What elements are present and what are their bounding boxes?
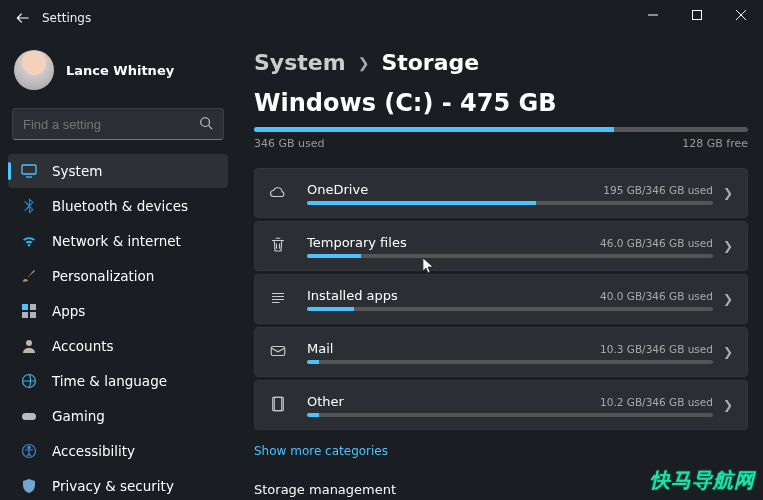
sidebar: Lance Whitney System Bluetooth & devices…	[0, 36, 236, 500]
breadcrumb-parent[interactable]: System	[254, 50, 346, 75]
category-usage: 10.3 GB/346 GB used	[600, 343, 713, 355]
storage-category-item[interactable]: Other10.2 GB/346 GB used❯	[254, 380, 748, 430]
category-name: Temporary files	[307, 235, 407, 250]
nav-label: Apps	[52, 303, 85, 319]
search-input[interactable]	[12, 108, 224, 140]
sidebar-item-network[interactable]: Network & internet	[8, 224, 228, 258]
maximize-button[interactable]	[675, 0, 719, 30]
gaming-icon	[20, 407, 38, 425]
category-icon	[269, 289, 307, 310]
system-icon	[20, 162, 38, 180]
nav-label: Privacy & security	[52, 478, 174, 494]
svg-rect-3	[22, 304, 28, 310]
chevron-right-icon: ❯	[358, 55, 370, 71]
sidebar-item-time[interactable]: Time & language	[8, 364, 228, 398]
storage-category-item[interactable]: Installed apps40.0 GB/346 GB used❯	[254, 274, 748, 324]
svg-point-11	[28, 446, 30, 448]
main-content: System ❯ Storage Windows (C:) - 475 GB 3…	[236, 36, 763, 500]
nav-label: Bluetooth & devices	[52, 198, 188, 214]
minimize-button[interactable]	[631, 0, 675, 30]
sidebar-item-accounts[interactable]: Accounts	[8, 329, 228, 363]
category-icon	[269, 342, 307, 363]
sidebar-item-apps[interactable]: Apps	[8, 294, 228, 328]
nav-label: Accessibility	[52, 443, 135, 459]
nav-label: Time & language	[52, 373, 167, 389]
svg-rect-2	[22, 165, 36, 174]
chevron-right-icon: ❯	[723, 398, 733, 412]
category-name: OneDrive	[307, 182, 368, 197]
search-field[interactable]	[23, 117, 199, 132]
globe-clock-icon	[20, 372, 38, 390]
category-icon	[269, 395, 307, 416]
sidebar-item-accessibility[interactable]: Accessibility	[8, 434, 228, 468]
svg-point-7	[26, 340, 32, 346]
sidebar-item-system[interactable]: System	[8, 154, 228, 188]
watermark: 快马导航网	[650, 467, 755, 494]
category-name: Installed apps	[307, 288, 398, 303]
svg-rect-4	[30, 304, 36, 310]
category-bar	[307, 413, 713, 417]
sidebar-item-privacy[interactable]: Privacy & security	[8, 469, 228, 500]
storage-category-item[interactable]: Temporary files46.0 GB/346 GB used❯	[254, 221, 748, 271]
apps-icon	[20, 302, 38, 320]
wifi-icon	[20, 232, 38, 250]
nav-label: Network & internet	[52, 233, 181, 249]
chevron-right-icon: ❯	[723, 292, 733, 306]
avatar	[14, 50, 54, 90]
breadcrumb: System ❯ Storage	[254, 50, 739, 75]
svg-rect-9	[22, 413, 36, 420]
titlebar: Settings	[0, 0, 763, 36]
category-bar	[307, 201, 713, 205]
drive-used-label: 346 GB used	[254, 137, 325, 150]
close-button[interactable]	[719, 0, 763, 30]
category-icon	[269, 236, 307, 257]
svg-point-1	[201, 117, 210, 126]
nav-label: Gaming	[52, 408, 105, 424]
drive-free-label: 128 GB free	[682, 137, 748, 150]
svg-rect-12	[271, 346, 285, 355]
category-usage: 195 GB/346 GB used	[603, 184, 713, 196]
category-usage: 46.0 GB/346 GB used	[600, 237, 713, 249]
paintbrush-icon	[20, 267, 38, 285]
chevron-right-icon: ❯	[723, 345, 733, 359]
category-icon	[269, 183, 307, 204]
sidebar-item-personalization[interactable]: Personalization	[8, 259, 228, 293]
shield-icon	[20, 477, 38, 495]
sidebar-item-gaming[interactable]: Gaming	[8, 399, 228, 433]
search-icon	[199, 116, 213, 133]
category-usage: 40.0 GB/346 GB used	[600, 290, 713, 302]
svg-rect-6	[30, 312, 36, 318]
bluetooth-icon	[20, 197, 38, 215]
category-usage: 10.2 GB/346 GB used	[600, 396, 713, 408]
nav-list: System Bluetooth & devices Network & int…	[8, 154, 228, 500]
sidebar-item-bluetooth[interactable]: Bluetooth & devices	[8, 189, 228, 223]
nav-label: Personalization	[52, 268, 154, 284]
back-button[interactable]	[8, 3, 38, 33]
person-icon	[20, 337, 38, 355]
drive-title: Windows (C:) - 475 GB	[254, 89, 739, 117]
storage-category-item[interactable]: OneDrive195 GB/346 GB used❯	[254, 168, 748, 218]
breadcrumb-current: Storage	[381, 50, 479, 75]
category-bar	[307, 307, 713, 311]
category-bar	[307, 360, 713, 364]
storage-category-list: OneDrive195 GB/346 GB used❯Temporary fil…	[254, 168, 748, 430]
show-more-link[interactable]: Show more categories	[254, 444, 739, 458]
nav-label: System	[52, 163, 102, 179]
user-profile[interactable]: Lance Whitney	[8, 44, 228, 104]
storage-category-item[interactable]: Mail10.3 GB/346 GB used❯	[254, 327, 748, 377]
category-name: Mail	[307, 341, 333, 356]
nav-label: Accounts	[52, 338, 114, 354]
chevron-right-icon: ❯	[723, 186, 733, 200]
window-title: Settings	[42, 11, 91, 25]
svg-rect-5	[22, 312, 28, 318]
accessibility-icon	[20, 442, 38, 460]
svg-rect-0	[693, 11, 702, 20]
drive-usage-bar	[254, 127, 748, 132]
category-name: Other	[307, 394, 344, 409]
user-name: Lance Whitney	[66, 63, 174, 78]
category-bar	[307, 254, 713, 258]
chevron-right-icon: ❯	[723, 239, 733, 253]
